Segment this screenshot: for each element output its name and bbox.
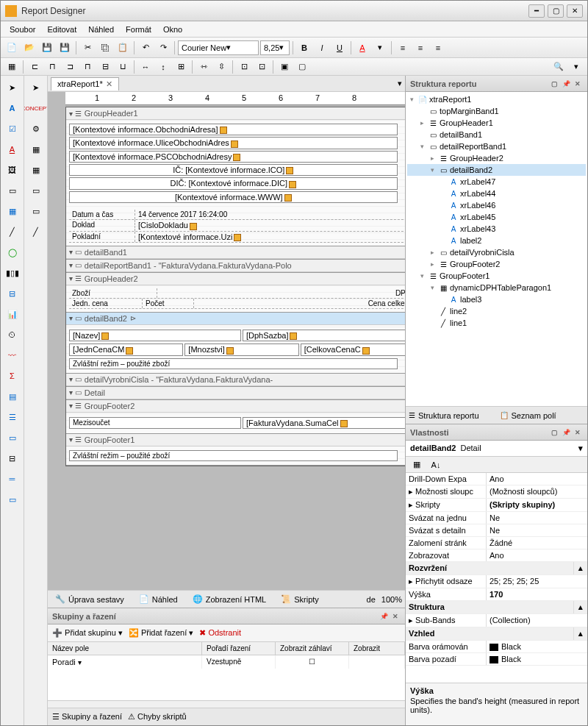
chart-icon[interactable]: 📊 (4, 305, 21, 323)
node-l46[interactable]: AxrLabel46 (407, 199, 586, 211)
node-line2[interactable]: ╱line2 (407, 305, 586, 317)
prop-row[interactable]: ▸ Skripty(Skripty skupiny) (406, 499, 587, 512)
cell-date-label[interactable]: Datum a čas (69, 210, 135, 219)
field-dph[interactable]: [DphSazba] (243, 330, 405, 341)
field-nazev[interactable]: [Nazev] (69, 330, 241, 341)
band-detailreportband1[interactable]: ▾ ▭ detailReportBand1 - "FakturaVydana.F… (66, 260, 405, 272)
add-sort-btn[interactable]: 🔀 Přidat řazení ▾ (129, 628, 194, 638)
gear-icon[interactable]: ⚙ (27, 120, 45, 138)
node-line1[interactable]: ╱line1 (407, 317, 586, 329)
tab-fields[interactable]: 📋 Seznam polí (497, 407, 588, 424)
node-gh2[interactable]: ▸☰GroupHeader2 (407, 152, 586, 164)
smart-tag-icon[interactable] (286, 167, 293, 174)
smart-tag-icon[interactable] (101, 332, 109, 340)
panel-window-icon[interactable]: ▢ (549, 427, 559, 438)
node-db2[interactable]: ▾▭detailBand2 (407, 164, 586, 176)
shape-icon[interactable]: ◯ (4, 243, 21, 261)
table2-icon[interactable]: ▦ (27, 161, 45, 179)
col-show[interactable]: Zobrazit (349, 642, 405, 655)
categorize-icon[interactable]: ▦ (409, 457, 425, 473)
view-html[interactable]: 🌐 Zobrazení HTML (188, 593, 271, 605)
panel2-icon[interactable]: ▭ (27, 182, 45, 199)
image-icon[interactable]: 🖼 (4, 161, 21, 179)
node-lbl2[interactable]: Alabel2 (407, 235, 586, 246)
node-gh1[interactable]: ▸☰GroupHeader1 (407, 117, 586, 129)
tab-close-icon[interactable]: ✕ (106, 79, 112, 89)
field-special2[interactable]: Zvláštní režim – použité zboží (69, 450, 398, 461)
space-h-icon[interactable]: ⇿ (196, 59, 212, 75)
prop-row[interactable]: Drill-Down ExpaAno (406, 473, 587, 485)
node-gf1[interactable]: ▾☰GroupFooter1 (407, 270, 586, 282)
node-l47[interactable]: AxrLabel47 (407, 176, 586, 188)
prop-category[interactable]: Rozvržení▴ (406, 562, 587, 575)
underline-icon[interactable]: U (331, 40, 348, 56)
line2-icon[interactable]: ╱ (27, 223, 45, 241)
panel-icon[interactable]: ▭ (4, 182, 21, 199)
smart-tag-icon[interactable] (126, 347, 133, 355)
field-mnozstvi[interactable]: [Mnozstvi] (184, 344, 298, 355)
node-topmargin[interactable]: ▭topMarginBand1 (407, 105, 586, 117)
stamp-icon[interactable]: KONCEPT (27, 99, 45, 117)
tab-groups[interactable]: ☰ Skupiny a řazení (52, 712, 122, 722)
field-celkcena[interactable]: [CelkovaCenaC (301, 344, 405, 355)
node-l43[interactable]: AxrLabel43 (407, 223, 586, 235)
copy-icon[interactable]: ⿻ (97, 40, 113, 56)
add-group-btn[interactable]: ➕ Přidat skupinu ▾ (52, 628, 123, 638)
center-v-icon[interactable]: ⊡ (254, 59, 270, 75)
crossband-icon[interactable]: ═ (4, 470, 21, 488)
smart-tag-icon[interactable] (226, 347, 234, 355)
node-drb1[interactable]: ▾▭detailReportBand1 (407, 140, 586, 152)
view-scripts[interactable]: 📜 Skripty (276, 593, 323, 605)
bold-icon[interactable]: B (296, 40, 312, 56)
same-h-icon[interactable]: ↕ (155, 59, 171, 75)
props-object[interactable]: detailBand2 Detail▾ (406, 441, 587, 457)
scrollbar-h[interactable] (48, 700, 405, 708)
tab-xtrareport[interactable]: xtraReport1* ✕ (51, 77, 119, 90)
node-root[interactable]: ▾📄xtraReport1 (407, 93, 586, 105)
smart-tag-icon[interactable] (284, 194, 292, 202)
fontcolor-icon[interactable]: A (354, 40, 370, 56)
report-page[interactable]: ▾ ☰ GroupHeader1 [Kontextové informace.O… (65, 107, 405, 466)
align-right-icon[interactable]: ≡ (430, 40, 446, 56)
smart-tag-icon[interactable] (220, 127, 227, 134)
italic-icon[interactable]: I (314, 40, 330, 56)
delete-btn[interactable]: ✖ Odstranit (199, 628, 241, 638)
node-l45[interactable]: AxrLabel45 (407, 211, 586, 223)
pivot-icon[interactable]: Σ (4, 367, 21, 385)
font-size-select[interactable]: 8,25 ▾ (260, 40, 290, 55)
undo-icon[interactable]: ↶ (137, 40, 154, 56)
redo-icon[interactable]: ↷ (155, 40, 171, 56)
menu-edit[interactable]: Editovat (44, 24, 79, 35)
field-special[interactable]: Zvláštní režim – použité zboží (69, 358, 398, 369)
front-icon[interactable]: ▣ (276, 59, 293, 75)
col-header[interactable]: Zobrazit záhlaví (276, 642, 349, 655)
alpha-sort-icon[interactable]: A↓ (428, 457, 444, 473)
checkbox-icon[interactable]: ☑ (4, 120, 21, 138)
menu-format[interactable]: Formát (123, 24, 154, 35)
field-street[interactable]: [Kontextové informace.UliceObchodniAdres (69, 137, 398, 149)
barcode-icon[interactable]: ▮▯▮ (4, 264, 21, 282)
smart-tag-icon[interactable] (234, 234, 241, 241)
align-t-icon[interactable]: ⊓ (79, 59, 96, 75)
tab-errors[interactable]: ⚠ Chyby skriptů (128, 712, 187, 722)
field-subtotal-lbl[interactable]: Mezisoučet (69, 417, 241, 429)
grid-icon2[interactable]: ▦ (27, 140, 45, 158)
smart-tag-icon[interactable] (190, 223, 197, 230)
prop-row[interactable]: Svázat s detailnNe (406, 524, 587, 537)
open-icon[interactable]: 📂 (21, 40, 37, 56)
bgcolor-icon[interactable]: ▾ (372, 40, 388, 56)
pointer2-icon[interactable]: ➤ (27, 79, 45, 96)
view-preview[interactable]: 📄 Náhled (135, 593, 182, 605)
col-name[interactable]: Název pole (48, 642, 202, 655)
align-m-icon[interactable]: ⊟ (97, 59, 113, 75)
smart-tag-icon[interactable] (362, 347, 370, 355)
prop-row[interactable]: Výška170 (406, 588, 587, 601)
same-w-icon[interactable]: ↔ (137, 59, 154, 75)
band-detail[interactable]: ▾ ▭ Detail (66, 387, 405, 399)
align-b-icon[interactable]: ⊔ (115, 59, 131, 75)
zoom-label[interactable]: 100% (381, 595, 402, 604)
smart-tag-icon[interactable] (233, 154, 240, 161)
view-design[interactable]: 🔧 Úprava sestavy (51, 593, 129, 605)
smart-tag-icon[interactable] (231, 140, 238, 148)
prop-row[interactable]: Barva pozadíBlack (406, 653, 587, 666)
